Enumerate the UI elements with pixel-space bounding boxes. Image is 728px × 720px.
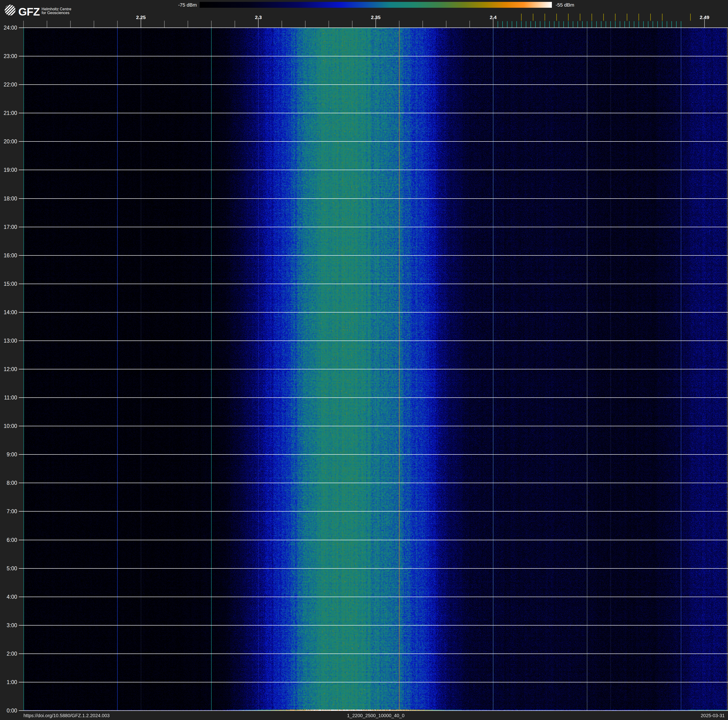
freq-minor-tick: [211, 21, 212, 28]
time-label: 10:00: [0, 423, 17, 429]
ble-channel-tick: [648, 21, 648, 28]
ble-channel-tick: [610, 21, 611, 28]
ble-channel-tick: [587, 21, 587, 28]
hour-gridline: [19, 312, 728, 313]
wifi-channel-tick: [690, 14, 691, 21]
wifi-channel-tick: [544, 14, 545, 21]
hour-gridline: [19, 255, 728, 256]
ble-channel-tick: [573, 21, 573, 28]
hour-gridline: [19, 56, 728, 57]
hour-gridline: [19, 283, 728, 284]
time-label: 18:00: [0, 196, 17, 202]
colorbar-max-label: -55 dBm: [556, 2, 574, 8]
ble-channel-tick: [507, 21, 508, 28]
hour-gridline: [19, 483, 728, 483]
hour-gridline: [19, 511, 728, 512]
ble-channel-tick: [624, 21, 625, 28]
freq-minor-tick: [117, 21, 118, 28]
colorbar-min-label: -75 dBm: [178, 2, 197, 8]
wifi-channel-tick: [639, 14, 639, 21]
ble-channel-tick: [540, 21, 540, 28]
freq-minor-tick: [235, 21, 235, 28]
freq-minor-tick: [188, 21, 188, 28]
ble-channel-tick: [549, 21, 550, 28]
wifi-channel-tick: [568, 14, 569, 21]
ble-channel-tick: [554, 21, 554, 28]
wifi-channel-tick: [556, 14, 557, 21]
ble-channel-tick: [634, 21, 634, 28]
freq-minor-tick: [422, 21, 423, 28]
hour-gridline: [19, 198, 728, 199]
spectrogram-page: GFZ Helmholtz Centre for Geosciences -75…: [0, 0, 728, 720]
ble-channel-tick: [502, 21, 503, 28]
ble-channel-tick: [526, 21, 526, 28]
time-label: 24:00: [0, 25, 17, 31]
ble-channel-tick: [653, 21, 653, 28]
ble-channel-tick: [596, 21, 597, 28]
wifi-channel-tick: [627, 14, 627, 21]
freq-minor-tick: [329, 21, 329, 28]
freq-minor-tick: [305, 21, 306, 28]
hour-gridline: [19, 568, 728, 569]
freq-minor-tick: [352, 21, 352, 28]
hour-gridline: [19, 426, 728, 426]
time-label: 16:00: [0, 252, 17, 259]
freq-tick-label: 2.3: [248, 15, 269, 20]
ble-channel-tick: [662, 21, 662, 28]
time-label: 4:00: [0, 594, 17, 600]
ble-channel-tick: [681, 21, 681, 28]
freq-minor-tick: [446, 21, 447, 28]
gfz-org-line1: Helmholtz Centre: [41, 7, 71, 11]
date-label: 2025-03-31: [701, 713, 725, 718]
hour-gridline: [19, 170, 728, 170]
hour-gridline: [19, 540, 728, 540]
time-label: 2:00: [0, 651, 17, 657]
ble-channel-tick: [671, 21, 672, 28]
time-label: 19:00: [0, 167, 17, 173]
doi-link[interactable]: https://doi.org/10.5880/GFZ.1.2.2024.003: [23, 713, 110, 718]
ble-channel-tick: [615, 21, 615, 28]
ble-channel-tick: [592, 21, 592, 28]
time-label: 1:00: [0, 679, 17, 685]
freq-tick-label: 2.35: [365, 15, 386, 20]
time-label: 11:00: [0, 395, 17, 401]
hour-gridline: [19, 227, 728, 227]
wifi-channel-tick: [603, 14, 604, 21]
freq-minor-tick: [47, 21, 47, 28]
wifi-channel-tick: [580, 14, 580, 21]
time-label: 12:00: [0, 366, 17, 372]
gfz-logo-text: GFZ: [18, 6, 40, 17]
freq-minor-tick: [23, 21, 24, 28]
hour-gridline: [19, 397, 728, 398]
time-label: 22:00: [0, 81, 17, 88]
time-label: 7:00: [0, 508, 17, 515]
hour-gridline: [19, 84, 728, 85]
time-label: 9:00: [0, 451, 17, 458]
hour-gridline: [19, 654, 728, 654]
time-label: 8:00: [0, 480, 17, 486]
ble-channel-tick: [667, 21, 667, 28]
freq-tick-label: 2.25: [130, 15, 151, 20]
time-label: 3:00: [0, 622, 17, 628]
wifi-channel-tick: [533, 14, 533, 21]
time-label: 6:00: [0, 537, 17, 543]
hour-gridline: [19, 28, 728, 28]
hour-gridline: [19, 369, 728, 369]
ble-channel-tick: [512, 21, 512, 28]
freq-minor-tick: [94, 21, 94, 28]
time-label: 23:00: [0, 53, 17, 59]
freq-minor-tick: [470, 21, 470, 28]
wifi-channel-tick: [521, 14, 522, 21]
freq-minor-tick: [164, 21, 165, 28]
ble-channel-tick: [568, 21, 569, 28]
ble-channel-tick: [601, 21, 601, 28]
ble-channel-tick: [516, 21, 517, 28]
hour-gridline: [19, 454, 728, 455]
ble-channel-tick: [578, 21, 578, 28]
gfz-logo: GFZ Helmholtz Centre for Geosciences: [5, 5, 71, 17]
time-label: 17:00: [0, 224, 17, 230]
wifi-channel-tick: [615, 14, 615, 21]
gfz-org-name: Helmholtz Centre for Geosciences: [41, 7, 71, 15]
hour-gridline: [19, 682, 728, 682]
gfz-logo-icon: [5, 5, 15, 15]
